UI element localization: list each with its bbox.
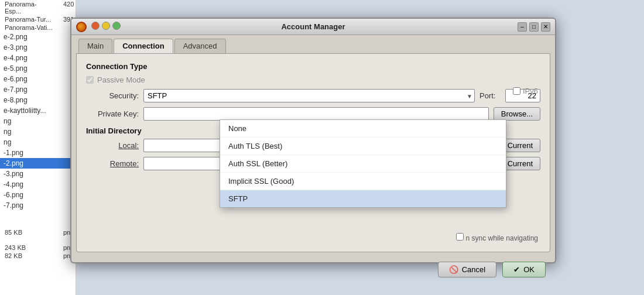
- dialog-titlebar: Account Manager – □ ✕: [71, 19, 555, 35]
- account-manager-dialog: Account Manager – □ ✕ Main Connection Ad…: [70, 18, 556, 263]
- private-key-row: Private Key: Browse...: [86, 107, 540, 121]
- ipv6-row: IPv6: [513, 87, 538, 95]
- bg-list-item: -4.png: [0, 179, 76, 190]
- bg-list-item: -3.png: [0, 169, 76, 179]
- tab-connection[interactable]: Connection: [114, 39, 173, 53]
- remote-label: Remote:: [86, 159, 139, 168]
- bg-list-item: ng: [0, 116, 76, 126]
- dropdown-option-none[interactable]: None: [220, 120, 506, 138]
- background-file-list: Panorama-Esp... 420 KB jpg Panorama-Tur.…: [0, 0, 76, 295]
- ok-button[interactable]: ✔ OK: [502, 262, 546, 277]
- dropdown-option-sftp[interactable]: SFTP: [220, 190, 506, 207]
- sync-checkbox[interactable]: [456, 233, 464, 241]
- dropdown-option-implicit-ssl[interactable]: Implicit SSL (Good): [220, 173, 506, 190]
- firefox-icon: [76, 22, 87, 32]
- bg-list-item-selected: -2.png: [0, 158, 76, 169]
- security-row: Security: SFTP None Auth TLS (Best) Auth…: [86, 89, 540, 102]
- close-button[interactable]: [91, 22, 100, 30]
- connection-type-title: Connection Type: [86, 62, 540, 71]
- browse-button[interactable]: Browse...: [494, 107, 540, 121]
- private-key-label: Private Key:: [86, 109, 139, 118]
- tab-advanced[interactable]: Advanced: [174, 39, 226, 53]
- security-select[interactable]: SFTP None Auth TLS (Best) Auth SSL (Bett…: [143, 89, 475, 102]
- bg-list-item: -6.png: [0, 190, 76, 200]
- bg-list-item: ng: [0, 126, 76, 137]
- passive-mode-checkbox[interactable]: [86, 76, 94, 84]
- bg-file-row: Panorama-Vati...: [0, 23, 76, 32]
- bg-list-item: e-7.png: [0, 84, 76, 95]
- bg-list-item: e-kayttoliitty...: [0, 105, 76, 116]
- cancel-label: Cancel: [462, 265, 485, 274]
- bg-bottom-files: 85 KBpngFeb 26 12:04 PM 243 KBpngJul 8 0…: [0, 228, 76, 260]
- minimize-button[interactable]: [102, 22, 110, 30]
- ipv6-checkbox[interactable]: [513, 87, 520, 95]
- passive-mode-label: Passive Mode: [97, 76, 145, 84]
- bg-file-row: Panorama-Tur... 391 KB jpg: [0, 15, 76, 23]
- maximize-button[interactable]: [112, 22, 121, 30]
- sync-text: n sync while navigating: [466, 234, 538, 242]
- ok-label: OK: [523, 265, 535, 274]
- dialog-bottom-bar: 🚫 Cancel ✔ OK: [71, 257, 555, 282]
- cancel-button[interactable]: 🚫 Cancel: [438, 262, 496, 277]
- private-key-input[interactable]: [143, 107, 489, 121]
- ipv6-label: IPv6: [523, 87, 538, 95]
- dialog-title: Account Manager: [281, 22, 345, 31]
- bg-file-row: Panorama-Esp... 420 KB jpg: [0, 0, 76, 15]
- security-dropdown-popup[interactable]: None Auth TLS (Best) Auth SSL (Better) I…: [220, 119, 506, 208]
- win-ctrl-1[interactable]: –: [518, 22, 527, 32]
- dialog-window-controls-right[interactable]: – □ ✕: [518, 22, 550, 32]
- passive-mode-row: Passive Mode: [86, 76, 540, 84]
- win-ctrl-3[interactable]: ✕: [541, 22, 550, 32]
- bg-list-item: e-6.png: [0, 74, 76, 84]
- port-label: Port:: [479, 91, 501, 100]
- bg-list-item: e-4.png: [0, 53, 76, 63]
- dialog-window-controls[interactable]: [76, 22, 121, 32]
- tab-main[interactable]: Main: [78, 39, 112, 53]
- security-label: Security:: [86, 91, 139, 100]
- bg-list-item: e-2.png: [0, 32, 76, 42]
- security-select-wrapper[interactable]: SFTP None Auth TLS (Best) Auth SSL (Bett…: [143, 89, 475, 102]
- dropdown-option-auth-ssl[interactable]: Auth SSL (Better): [220, 155, 506, 173]
- tabs-bar: Main Connection Advanced: [71, 35, 555, 53]
- bg-list-item: e-8.png: [0, 95, 76, 105]
- win-ctrl-2[interactable]: □: [529, 22, 539, 32]
- bg-list-item: -1.png: [0, 148, 76, 158]
- ok-icon: ✔: [513, 265, 520, 274]
- cancel-icon: 🚫: [449, 265, 458, 274]
- sync-label: n sync while navigating: [456, 233, 538, 242]
- bg-list-item: e-5.png: [0, 63, 76, 74]
- bg-list-item: ng: [0, 137, 76, 148]
- bg-list-item: e-3.png: [0, 42, 76, 53]
- bg-list-item: -7.png: [0, 200, 76, 211]
- local-label: Local:: [86, 141, 139, 150]
- dropdown-option-auth-tls[interactable]: Auth TLS (Best): [220, 138, 506, 155]
